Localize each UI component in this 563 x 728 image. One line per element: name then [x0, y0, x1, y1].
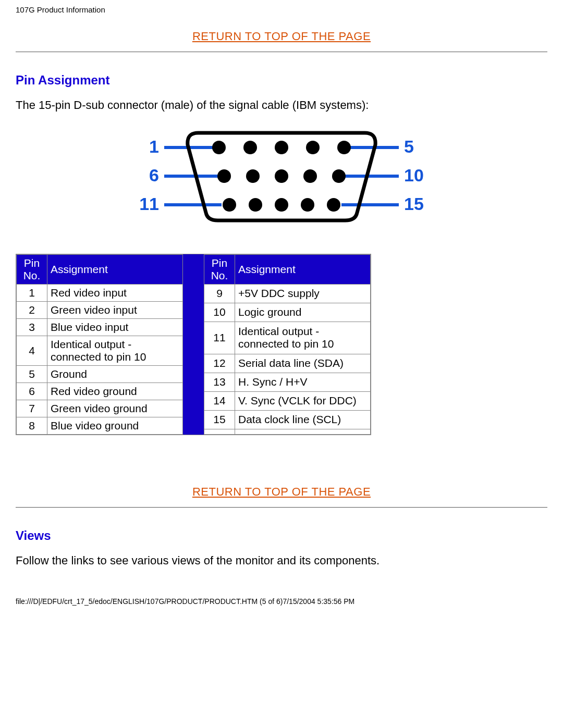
pin-assignment-intro: The 15-pin D-sub connector (male) of the…	[16, 98, 547, 113]
pin-number: 15	[204, 410, 235, 429]
pin-assignment-value: Serial data line (SDA)	[235, 354, 371, 373]
table-row: 7Green video ground	[17, 400, 183, 417]
table-separator	[183, 254, 204, 435]
diagram-label-10: 10	[404, 165, 424, 185]
dsub-connector-icon: 1 6 11 5 10 15	[120, 127, 443, 226]
pin-assignment-value: Green video ground	[47, 400, 183, 417]
table-row: 14V. Sync (VCLK for DDC)	[204, 391, 371, 410]
connector-diagram: 1 6 11 5 10 15	[16, 127, 547, 228]
return-top-link-1-wrap: RETURN TO TOP OF THE PAGE	[16, 30, 547, 43]
table-row: 2Green video input	[17, 301, 183, 318]
svg-point-19	[301, 198, 314, 212]
pin-assignment-value: Data clock line (SCL)	[235, 410, 371, 429]
svg-point-12	[246, 169, 260, 183]
return-top-link[interactable]: RETURN TO TOP OF THE PAGE	[192, 485, 371, 498]
table-row: 4Identical output - connected to pin 10	[17, 336, 183, 365]
pin-number: 4	[17, 336, 47, 365]
divider	[16, 52, 547, 52]
pin-table-right: Pin No. Assignment 9+5V DDC supply10Logi…	[204, 254, 371, 435]
pin-number: 10	[204, 303, 235, 322]
pin-number: 1	[17, 284, 47, 301]
pin-table-left: Pin No. Assignment 1Red video input2Gree…	[16, 254, 183, 435]
table-row: 15Data clock line (SCL)	[204, 410, 371, 429]
svg-point-20	[327, 198, 340, 212]
svg-point-9	[306, 141, 320, 154]
pin-assignment-value: Red video input	[47, 284, 183, 301]
svg-point-11	[217, 169, 231, 183]
col-pin-no: Pin No.	[204, 254, 235, 284]
table-row: 8Blue video ground	[17, 417, 183, 434]
table-row: 10Logic ground	[204, 303, 371, 322]
svg-point-6	[212, 141, 226, 154]
pin-assignment-value: Identical output - connected to pin 10	[47, 336, 183, 365]
pin-assignment-value: Identical output - connected to pin 10	[235, 322, 371, 354]
page-footer-path: file:///D|/EDFU/crt_17_5/edoc/ENGLISH/10…	[0, 592, 563, 611]
pin-assignment-value: Ground	[47, 365, 183, 382]
pin-assignment-table: Pin No. Assignment 1Red video input2Gree…	[16, 254, 371, 435]
diagram-label-11: 11	[139, 194, 159, 214]
pin-number: 12	[204, 354, 235, 373]
svg-point-17	[249, 198, 262, 212]
table-row: 5Ground	[17, 365, 183, 382]
pin-assignment-heading: Pin Assignment	[16, 73, 547, 88]
pin-number: 3	[17, 318, 47, 336]
table-row: 12Serial data line (SDA)	[204, 354, 371, 373]
svg-point-13	[275, 169, 288, 183]
pin-number	[204, 429, 235, 434]
return-top-link[interactable]: RETURN TO TOP OF THE PAGE	[192, 30, 371, 43]
pin-number: 7	[17, 400, 47, 417]
table-row: 1Red video input	[17, 284, 183, 301]
pin-number: 14	[204, 391, 235, 410]
page-header: 107G Product Information	[0, 0, 563, 16]
pin-assignment-value: H. Sync / H+V	[235, 373, 371, 391]
svg-point-15	[332, 169, 346, 183]
svg-point-14	[303, 169, 317, 183]
svg-point-10	[337, 141, 351, 154]
pin-assignment-value: Blue video ground	[47, 417, 183, 434]
pin-assignment-value: Logic ground	[235, 303, 371, 322]
col-pin-no: Pin No.	[17, 254, 47, 284]
pin-number: 6	[17, 382, 47, 400]
svg-point-18	[275, 198, 288, 212]
pin-number: 2	[17, 301, 47, 318]
return-top-link-2-wrap: RETURN TO TOP OF THE PAGE	[16, 485, 547, 499]
svg-point-16	[223, 198, 236, 212]
pin-assignment-value: V. Sync (VCLK for DDC)	[235, 391, 371, 410]
table-row: 6Red video ground	[17, 382, 183, 400]
pin-number: 9	[204, 284, 235, 303]
pin-assignment-value: Red video ground	[47, 382, 183, 400]
svg-point-8	[275, 141, 288, 154]
diagram-label-15: 15	[404, 194, 424, 214]
table-row: 11Identical output - connected to pin 10	[204, 322, 371, 354]
pin-number: 11	[204, 322, 235, 354]
pin-assignment-value: Blue video input	[47, 318, 183, 336]
pin-assignment-value: Green video input	[47, 301, 183, 318]
diagram-label-1: 1	[149, 137, 159, 156]
pin-assignment-value	[235, 429, 371, 434]
pin-number: 5	[17, 365, 47, 382]
table-row	[204, 429, 371, 434]
divider	[16, 507, 547, 508]
pin-number: 13	[204, 373, 235, 391]
diagram-label-5: 5	[404, 137, 414, 156]
diagram-label-6: 6	[149, 165, 159, 185]
col-assignment: Assignment	[235, 254, 371, 284]
table-row: 13H. Sync / H+V	[204, 373, 371, 391]
table-row: 9+5V DDC supply	[204, 284, 371, 303]
table-row: 3Blue video input	[17, 318, 183, 336]
col-assignment: Assignment	[47, 254, 183, 284]
pin-assignment-value: +5V DDC supply	[235, 284, 371, 303]
views-heading: Views	[16, 528, 547, 543]
svg-point-7	[243, 141, 257, 154]
views-intro: Follow the links to see various views of…	[16, 553, 547, 569]
pin-number: 8	[17, 417, 47, 434]
